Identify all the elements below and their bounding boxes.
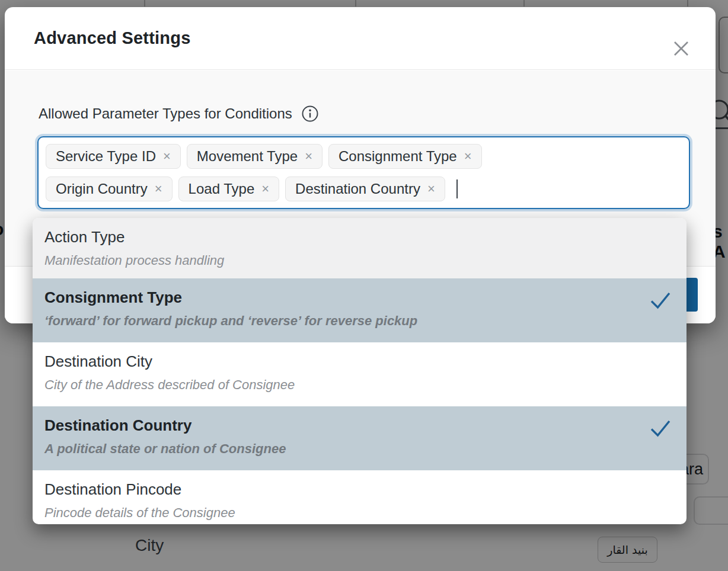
dropdown-option[interactable]: Destination CityCity of the Address desc… [33,342,687,406]
option-description: Manifestation process handling [44,252,672,270]
info-icon[interactable] [301,105,319,123]
screen: o s A nara City بنيد القار Advanced Sett… [0,0,728,571]
option-title: Consignment Type [44,287,672,307]
parameter-options-dropdown: Action TypeManifestation process handlin… [33,218,687,524]
tag-remove-icon[interactable]: × [155,182,162,195]
check-icon [650,291,671,310]
text-caret [456,179,458,198]
check-icon [650,419,671,438]
tag-remove-icon[interactable]: × [427,182,435,195]
dropdown-option[interactable]: Destination CountryA political state or … [33,406,687,470]
dropdown-option[interactable]: Action TypeManifestation process handlin… [33,218,687,278]
option-title: Action Type [44,227,672,247]
dropdown-option[interactable]: Consignment Type‘forward’ for forward pi… [33,278,687,342]
tag-label: Movement Type [197,148,298,165]
option-description: A political state or nation of Consignee [44,440,672,458]
tag-remove-icon[interactable]: × [163,150,171,163]
tag-remove-icon[interactable]: × [261,182,269,195]
selected-tag: Service Type ID× [46,144,181,169]
selected-tag: Consignment Type× [328,144,482,169]
modal-title: Advanced Settings [34,28,190,48]
option-description: City of the Address described of Consign… [44,376,672,394]
tag-label: Service Type ID [56,148,156,165]
option-title: Destination Pincode [44,479,672,499]
field-label: Allowed Parameter Types for Conditions [39,105,292,122]
selected-tag: Load Type× [178,177,280,201]
modal-header: Advanced Settings [5,7,716,70]
tag-row: Origin Country×Load Type×Destination Cou… [46,177,682,201]
tag-label: Destination Country [295,181,420,197]
option-title: Destination City [44,351,672,371]
tag-label: Consignment Type [339,148,457,165]
option-title: Destination Country [44,415,672,435]
tag-remove-icon[interactable]: × [305,150,312,163]
dropdown-option[interactable]: Destination PincodePincode details of th… [33,470,687,524]
parameter-types-multiselect[interactable]: Service Type ID×Movement Type×Consignmen… [37,136,690,209]
close-icon [672,40,690,57]
selected-tag: Origin Country× [46,177,173,201]
tag-label: Origin Country [56,181,148,197]
tag-label: Load Type [189,181,255,197]
selected-tag: Movement Type× [187,144,323,169]
option-description: ‘forward’ for forward pickup and ‘revers… [44,312,672,330]
tag-row: Service Type ID×Movement Type×Consignmen… [46,144,682,169]
selected-tag: Destination Country× [285,177,445,201]
tag-remove-icon[interactable]: × [464,150,472,163]
option-description: Pincode details of the Consignee [44,504,672,522]
close-button[interactable] [671,39,691,59]
